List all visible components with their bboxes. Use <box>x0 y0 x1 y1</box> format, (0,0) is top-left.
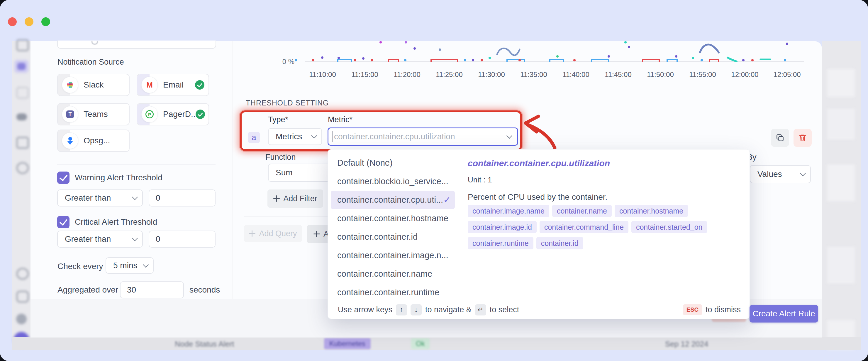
text-cursor <box>333 131 333 142</box>
trash-icon <box>798 133 807 142</box>
teams-icon: T <box>62 106 78 122</box>
attribute-tag: container.command_line <box>539 221 628 233</box>
gmail-icon: M <box>141 77 158 93</box>
x-tick: 11:35:00 <box>513 71 554 79</box>
hint-select: to select <box>490 305 519 314</box>
warning-label: Warning Alert Threshold <box>75 173 162 183</box>
check-every-select[interactable]: 5 mins <box>105 257 154 274</box>
metric-option[interactable]: container.container.hostname <box>328 209 458 228</box>
pagerduty-icon: P <box>141 106 158 122</box>
x-tick: 11:10:00 <box>302 71 343 79</box>
screenshot-stage: Node Status Alert Kubernetes Ok Sep 12 2… <box>0 0 868 361</box>
attribute-tag: container.image.name <box>468 205 549 217</box>
app-window: Node Status Alert Kubernetes Ok Sep 12 2… <box>0 0 868 361</box>
metric-option[interactable]: container.container.name <box>328 265 458 283</box>
delete-query-button[interactable] <box>794 129 812 147</box>
metric-placeholder: container.container.cpu.utilization <box>334 132 507 141</box>
check-icon <box>195 80 205 90</box>
aggregated-unit-label: seconds <box>189 285 220 295</box>
alert-status-badge: Ok <box>411 338 430 349</box>
type-select[interactable]: Metrics <box>268 128 322 145</box>
channel-pagerduty[interactable]: P PagerD... <box>137 103 209 126</box>
hint-dismiss: to dismiss <box>706 305 741 314</box>
attribute-tag: container.name <box>552 205 612 217</box>
app-sidebar-blurred <box>12 41 31 350</box>
metric-dropdown-panel: Default (None) container.blockio.io_serv… <box>328 149 750 319</box>
x-tick: 11:30:00 <box>471 71 512 79</box>
metric-option[interactable]: container.container.runtime <box>328 283 458 300</box>
attribute-tag: container.runtime <box>468 237 533 249</box>
x-tick: 11:55:00 <box>682 71 723 79</box>
chevron-down-icon <box>800 170 806 176</box>
channel-slack[interactable]: Slack <box>57 74 130 96</box>
metric-option[interactable]: container.container.image.n... <box>328 246 458 265</box>
channel-opsgenie[interactable]: Opsg... <box>57 130 130 152</box>
enter-key-icon: ↵ <box>475 304 486 315</box>
channel-email[interactable]: M Email <box>137 74 209 96</box>
chevron-down-icon <box>143 262 149 268</box>
metric-detail-unit: Unit : 1 <box>468 175 492 185</box>
alert-date: Sep 12 2024 <box>665 339 708 349</box>
aggregated-over-label: Aggregated over <box>58 285 118 295</box>
x-tick: 11:40:00 <box>555 71 596 79</box>
channel-teams[interactable]: T Teams <box>57 103 130 126</box>
chart-y-axis-label: 0 % <box>270 58 294 66</box>
duplicate-query-button[interactable] <box>771 129 789 147</box>
warning-operator-select[interactable]: Greater than <box>57 190 143 206</box>
critical-value-input[interactable]: 0 <box>149 230 216 248</box>
query-letter-chip: a <box>248 132 260 143</box>
maximize-window-button[interactable] <box>41 17 50 26</box>
metric-detail-description: Percent of CPU used by the container. <box>468 192 607 202</box>
sidebar-icon-blurred <box>16 314 27 324</box>
copy-icon <box>776 133 784 142</box>
sidebar-icon-blurred <box>17 39 29 51</box>
x-tick: 12:05:00 <box>767 71 808 79</box>
critical-operator-select[interactable]: Greater than <box>57 230 143 248</box>
channel-label: PagerD... <box>163 110 198 119</box>
metric-option[interactable]: container.container.id <box>328 228 458 246</box>
sidebar-item-active <box>14 60 28 73</box>
metric-option[interactable]: container.blockio.io_service... <box>328 172 458 191</box>
annotation-arrow-icon <box>521 112 565 152</box>
x-tick: 12:00:00 <box>724 71 765 79</box>
sidebar-icon-blurred <box>17 87 29 99</box>
type-label: Type* <box>268 115 288 124</box>
aggregated-over-input[interactable]: 30 <box>120 281 184 299</box>
check-icon: ✓ <box>443 195 451 205</box>
channel-label: Email <box>163 80 184 90</box>
channel-label: Opsg... <box>84 136 110 145</box>
warning-checkbox[interactable] <box>57 171 69 184</box>
hint-navigate: to navigate & <box>425 305 471 314</box>
sidebar-icon-blurred <box>17 268 29 280</box>
chevron-down-icon <box>506 133 512 139</box>
add-filter-button[interactable]: Add Filter <box>268 190 323 208</box>
critical-checkbox[interactable] <box>57 216 69 228</box>
metric-detail-title: container.container.cpu.utilization <box>468 158 610 168</box>
by-select[interactable]: Values <box>750 165 811 183</box>
attribute-tag: container.id <box>536 237 583 249</box>
panel-divider <box>232 41 233 299</box>
chevron-down-icon <box>311 133 317 139</box>
sidebar-icon-blurred <box>17 137 29 149</box>
clipped-input-top <box>57 40 216 49</box>
close-window-button[interactable] <box>8 17 17 26</box>
chevron-down-icon <box>132 235 138 241</box>
divider <box>243 89 804 89</box>
divider <box>244 217 328 217</box>
metric-option[interactable]: Default (None) <box>328 154 458 172</box>
create-alert-rule-button[interactable]: Create Alert Rule <box>749 305 818 323</box>
metric-input[interactable]: container.container.cpu.utilization <box>328 128 518 146</box>
minimize-window-button[interactable] <box>25 17 33 26</box>
metric-option-selected[interactable]: container.container.cpu.uti... ✓ <box>331 191 455 209</box>
attribute-tag: container.hostname <box>615 205 688 217</box>
channel-label: Slack <box>84 80 103 90</box>
arrow-down-key-icon: ↓ <box>410 304 422 315</box>
attribute-tag: container.started_on <box>631 221 707 233</box>
chart-series-marks <box>293 38 809 64</box>
warning-value-input[interactable]: 0 <box>149 190 216 206</box>
window-controls <box>8 17 50 26</box>
dropdown-hint-bar: Use arrow keys ↑ ↓ to navigate & ↵ to se… <box>328 300 749 319</box>
metric-attribute-tags: container.image.id container.command_lin… <box>468 221 707 233</box>
background-alert-row: Node Status Alert Kubernetes Ok Sep 12 2… <box>12 337 861 350</box>
add-query-button[interactable]: Add Query <box>244 225 302 242</box>
